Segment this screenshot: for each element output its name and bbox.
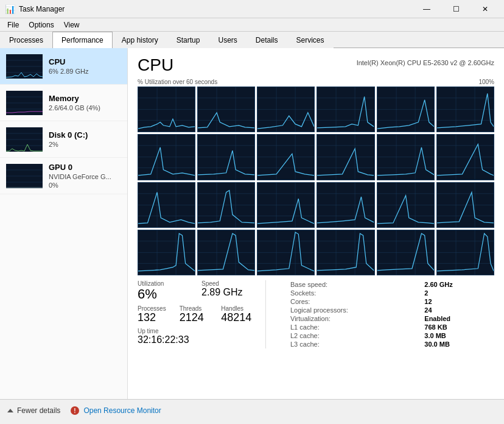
cpu-core-graph-15 <box>257 182 315 228</box>
cores-value: 12 <box>424 297 494 306</box>
cpu-core-graph-19 <box>138 230 195 275</box>
cpu-sidebar-name: CPU <box>49 57 121 66</box>
cores-label: Cores: <box>290 297 424 306</box>
minimize-button[interactable]: — <box>413 0 441 18</box>
l3-label: L3 cache: <box>290 340 424 348</box>
utilization-value: 6% <box>138 287 195 302</box>
utilization-block: Utilization 6% <box>138 280 195 302</box>
tab-bar: Processes Performance App history Startu… <box>0 32 504 48</box>
open-resource-monitor-link[interactable]: ! Open Resource Monitor <box>70 406 161 415</box>
cpu-core-graph-14 <box>197 182 255 228</box>
virt-label: Virtualization: <box>290 314 424 323</box>
menu-view[interactable]: View <box>59 19 85 30</box>
sidebar-item-cpu[interactable]: CPU 6% 2.89 GHz <box>0 48 127 85</box>
app-icon: 📊 <box>5 4 15 14</box>
main-content: CPU 6% 2.89 GHz Memory 2.6/64.0 GB (4%) <box>0 48 504 399</box>
spec-logical: Logical processors: 24 <box>290 306 494 314</box>
menu-options[interactable]: Options <box>24 19 58 30</box>
cpu-core-graph-2 <box>197 87 255 132</box>
l2-label: L2 cache: <box>290 331 424 340</box>
cpu-core-graph-13 <box>138 182 195 228</box>
gpu-sidebar-name: GPU 0 <box>49 163 121 172</box>
handles-value: 48214 <box>221 312 259 324</box>
svg-marker-160 <box>7 409 13 412</box>
graph-label-row: % Utilization over 60 seconds 100% <box>138 79 494 85</box>
cpu-core-graph-20 <box>197 230 255 275</box>
cpu-core-graph-21 <box>257 230 315 275</box>
disk-thumbnail <box>6 127 43 152</box>
graph-label-left: % Utilization over 60 seconds <box>138 79 217 85</box>
tab-performance[interactable]: Performance <box>52 32 113 48</box>
stats-divider <box>265 280 266 348</box>
open-resource-monitor-label: Open Resource Monitor <box>83 406 161 415</box>
cpu-core-graph-23 <box>377 230 435 275</box>
tab-services[interactable]: Services <box>287 32 334 48</box>
threads-value: 2124 <box>180 312 218 324</box>
tab-processes[interactable]: Processes <box>0 32 52 48</box>
cpu-core-graph-6 <box>436 87 494 132</box>
spec-l3: L3 cache: 30.0 MB <box>290 340 494 348</box>
speed-label: Speed <box>201 280 259 287</box>
chevron-up-icon <box>6 406 15 415</box>
cpu-core-graph-5 <box>377 87 435 132</box>
fewer-details-button[interactable]: Fewer details <box>6 406 60 415</box>
cpu-core-graph-4 <box>317 87 374 132</box>
content-header: CPU Intel(R) Xeon(R) CPU E5-2630 v2 @ 2.… <box>138 55 494 75</box>
tab-users[interactable]: Users <box>209 32 246 48</box>
logical-value: 24 <box>424 306 494 314</box>
spec-cores: Cores: 12 <box>290 297 494 306</box>
cpu-core-graph-9 <box>257 134 315 180</box>
cpu-core-graph-8 <box>197 134 255 180</box>
logical-label: Logical processors: <box>290 306 424 314</box>
tab-app-history[interactable]: App history <box>113 32 167 48</box>
cpu-core-graph-22 <box>317 230 374 275</box>
cpu-core-graph-3 <box>257 87 315 132</box>
sidebar-item-disk[interactable]: Disk 0 (C:) 2% <box>0 121 127 158</box>
menu-file[interactable]: File <box>2 19 24 30</box>
cpu-content-panel: CPU Intel(R) Xeon(R) CPU E5-2630 v2 @ 2.… <box>128 48 504 399</box>
tab-details[interactable]: Details <box>247 32 287 48</box>
gpu-thumbnail <box>6 164 43 188</box>
base-speed-label: Base speed: <box>290 280 424 289</box>
cpu-graph-grid <box>138 87 494 275</box>
tab-startup[interactable]: Startup <box>167 32 209 48</box>
speed-value: 2.89 GHz <box>201 287 259 298</box>
cpu-core-graph-7 <box>138 134 195 180</box>
memory-sidebar-detail: 2.6/64.0 GB (4%) <box>49 104 121 111</box>
uptime-value: 32:16:22:33 <box>138 334 259 345</box>
cpu-subtitle: Intel(R) Xeon(R) CPU E5-2630 v2 @ 2.60GH… <box>357 59 494 66</box>
cpu-core-graph-1 <box>138 87 195 132</box>
maximize-button[interactable]: ☐ <box>442 0 470 18</box>
l3-value: 30.0 MB <box>424 340 494 348</box>
base-speed-value: 2.60 GHz <box>424 280 494 289</box>
spec-l1: L1 cache: 768 KB <box>290 323 494 331</box>
virt-value: Enabled <box>424 314 494 323</box>
stats-section: Utilization 6% Speed 2.89 GHz Processes … <box>138 280 494 348</box>
disk-sidebar-detail: 2% <box>49 141 121 148</box>
specs-panel: Base speed: 2.60 GHz Sockets: 2 Cores: 1… <box>272 280 494 348</box>
processes-block: Processes 132 <box>138 305 176 324</box>
disk-sidebar-name: Disk 0 (C:) <box>49 130 121 140</box>
cpu-sidebar-detail: 6% 2.89 GHz <box>49 68 121 75</box>
gpu-sidebar-detail1: NVIDIA GeForce G... <box>49 173 121 180</box>
spec-sockets: Sockets: 2 <box>290 289 494 297</box>
graph-label-right: 100% <box>478 79 494 85</box>
l1-label: L1 cache: <box>290 323 424 331</box>
gpu-sidebar-detail2: 0% <box>49 182 121 189</box>
cpu-core-graph-18 <box>436 182 494 228</box>
cpu-core-graph-11 <box>377 134 435 180</box>
sidebar-item-gpu[interactable]: GPU 0 NVIDIA GeForce G... 0% <box>0 158 127 194</box>
svg-text:!: ! <box>74 408 76 414</box>
sidebar-item-memory[interactable]: Memory 2.6/64.0 GB (4%) <box>0 85 127 121</box>
cpu-core-graph-12 <box>436 134 494 180</box>
l2-value: 3.0 MB <box>424 331 494 340</box>
menu-bar: File Options View <box>0 18 504 32</box>
threads-block: Threads 2124 <box>180 305 218 324</box>
cpu-core-graph-10 <box>317 134 374 180</box>
fewer-details-label: Fewer details <box>17 406 60 415</box>
speed-block: Speed 2.89 GHz <box>201 280 259 302</box>
memory-sidebar-name: Memory <box>49 94 121 103</box>
spec-base-speed: Base speed: 2.60 GHz <box>290 280 494 289</box>
bottom-bar: Fewer details ! Open Resource Monitor <box>0 399 504 421</box>
close-button[interactable]: ✕ <box>471 0 499 18</box>
